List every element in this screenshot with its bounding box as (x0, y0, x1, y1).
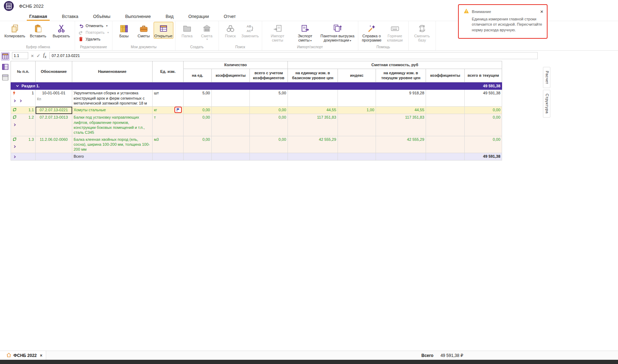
table-row[interactable]: 1.207.2.07.13-0013Балки под установку на… (11, 114, 502, 136)
col-basis[interactable]: Обоснование (36, 61, 72, 82)
col-cost-coeff[interactable]: коэффициенты (426, 69, 465, 82)
table-row[interactable]: 110-01-001-01КпУкрупнительная сборка и у… (11, 90, 502, 107)
redo-button[interactable]: Повторить ▾ (77, 30, 110, 35)
cell-unit[interactable]: кг (153, 107, 184, 114)
close-icon[interactable]: × (540, 9, 543, 14)
paste-button[interactable]: Вставить (26, 22, 50, 39)
col-cost-current[interactable]: на единицу изм. в текущем уровне цен (376, 69, 426, 82)
estimates-button[interactable]: Сметы (134, 22, 154, 39)
cell-code[interactable]: 10-01-001-01Кп (36, 90, 72, 107)
table-row[interactable]: 1.311.2.06.02-0060Балка клееная хвойных … (11, 136, 502, 153)
hotkeys-button[interactable]: Горячие клавиши (383, 22, 407, 43)
cancel-entry-icon[interactable]: × (31, 53, 34, 58)
cell-qty-unit[interactable]: 0,00 (184, 107, 212, 114)
cell-total[interactable]: 0,00 (465, 107, 502, 114)
close-icon[interactable]: × (40, 353, 42, 358)
table-row[interactable]: 1.107.2.07.13-0221Хомуты стальныекг0,000… (11, 107, 502, 114)
col-group-cost[interactable]: Сметная стоимость, руб (288, 61, 502, 69)
cell-index[interactable] (338, 114, 376, 136)
cell-index[interactable]: 1,00 (338, 107, 376, 114)
dropdown-caret-icon[interactable]: ▾ (310, 39, 312, 42)
cell-qty-coeff[interactable] (212, 136, 250, 153)
cell-total[interactable]: 0,00 (465, 114, 502, 136)
dropdown-caret-icon[interactable]: ▾ (106, 24, 107, 27)
import-estimate-button[interactable]: Импорт сметы (264, 22, 291, 43)
col-cost-total[interactable]: всего в текущем (465, 69, 502, 82)
cell-name[interactable]: Балка клееная хвойных пород (ель, сосна)… (72, 136, 153, 153)
replace-button[interactable]: ABAC Заменить (240, 22, 260, 39)
col-name[interactable]: Наименование (72, 61, 153, 82)
tab-vstavka[interactable]: Вставка (55, 12, 86, 21)
search-button[interactable]: Поиск (221, 22, 240, 39)
document-tab[interactable]: ФСНБ 2022 × (0, 351, 46, 360)
estimate-panel-icon[interactable] (1, 63, 10, 71)
new-estimate-button[interactable]: Смета ▾ (197, 22, 217, 42)
cell-index[interactable] (338, 90, 376, 107)
cell-num[interactable]: 1.2 (11, 114, 36, 136)
documents-panel-icon[interactable] (1, 52, 10, 61)
col-qty-total[interactable]: всего с учетом коэффициентов (250, 69, 288, 82)
cell-cost-base[interactable]: 44,55 (288, 107, 338, 114)
function-fx-icon[interactable]: fx (43, 52, 47, 59)
expand-chevron-icon[interactable] (13, 144, 16, 149)
cell-qty-total[interactable]: 5,00 (250, 90, 288, 107)
dropdown-caret-icon[interactable]: ▾ (350, 39, 351, 42)
tab-vypolnenie[interactable]: Выполнение (118, 12, 158, 21)
open-documents-button[interactable]: Открытые (154, 22, 173, 39)
cell-reference-input[interactable] (12, 52, 28, 59)
cell-num[interactable]: 1 (11, 90, 36, 107)
cell-num[interactable]: 1.3 (11, 136, 36, 153)
tab-vid[interactable]: Вид (158, 12, 181, 21)
tab-structure[interactable]: Структура (543, 90, 550, 118)
cell-qty-coeff[interactable] (212, 107, 250, 114)
col-group-quantity[interactable]: Количество (184, 61, 288, 69)
total-row[interactable]: Всего49 591,38 (11, 153, 502, 160)
cell-code[interactable]: 07.2.07.13-0221 (36, 107, 72, 114)
cell-unit[interactable]: м3 (153, 136, 184, 153)
cell-index[interactable] (338, 136, 376, 153)
cell-cost-coeff[interactable] (426, 90, 465, 107)
confirm-entry-icon[interactable]: ✓ (37, 53, 41, 58)
cell-qty-total[interactable]: 0,00 (250, 107, 288, 114)
col-num[interactable]: № п.п. (11, 61, 36, 82)
cell-name[interactable]: Укрупнительная сборка и установка констр… (72, 90, 153, 107)
cell-qty-total[interactable]: 0,00 (250, 114, 288, 136)
tab-calculation[interactable]: Расчет (543, 67, 550, 88)
cell-cost-base[interactable]: 42 555,29 (288, 136, 338, 153)
cell-unit[interactable]: т (153, 114, 184, 136)
cell-cost-current[interactable]: 9 918,28 (376, 90, 426, 107)
batch-export-button[interactable]: Пакетная выгрузка документации▾ (319, 22, 356, 43)
dropdown-caret-icon[interactable]: ▾ (107, 31, 109, 34)
cell-num[interactable]: 1.1 (11, 107, 36, 114)
tab-otchet[interactable]: Отчет (216, 12, 243, 21)
cell-cost-coeff[interactable] (426, 114, 465, 136)
expand-chevron-icon[interactable] (13, 123, 16, 127)
section-row[interactable]: Раздел 1.49 591,38 (11, 82, 502, 90)
cell-cost-coeff[interactable] (426, 107, 465, 114)
cell-qty-coeff[interactable] (212, 114, 250, 136)
cell-cost-base[interactable] (288, 90, 338, 107)
col-qty-unit[interactable]: на ед. (184, 69, 212, 82)
col-qty-coeff[interactable]: коэффициенты (212, 69, 250, 82)
sections-panel-icon[interactable] (1, 73, 10, 82)
expand-chevron-icon[interactable] (13, 155, 16, 159)
cell-code[interactable]: 11.2.06.02-0060 (36, 136, 72, 153)
flag-icon[interactable] (174, 107, 182, 113)
cell-cost-current[interactable]: 44,55 (376, 107, 426, 114)
cell-name[interactable]: Балки под установку направляющих лифтов,… (72, 114, 153, 136)
about-button[interactable]: Справка о программе (360, 22, 383, 43)
col-index[interactable]: индекс (338, 69, 376, 82)
cell-cost-base[interactable]: 117 351,83 (288, 114, 338, 136)
cell-qty-unit[interactable]: 0,00 (184, 114, 212, 136)
cell-code[interactable]: 07.2.07.13-0013 (36, 114, 72, 136)
new-folder-button[interactable]: Папка (177, 22, 197, 39)
change-base-button[interactable]: Сменить базу (410, 22, 434, 43)
cut-button[interactable]: Вырезать (50, 22, 73, 39)
delete-button[interactable]: Удалить (77, 36, 110, 42)
cell-name[interactable]: Хомуты стальные (72, 107, 153, 114)
bases-button[interactable]: Базы (114, 22, 134, 39)
dropdown-caret-icon[interactable]: ▾ (206, 38, 208, 41)
export-estimate-button[interactable]: Экспорт сметы▾ (291, 22, 319, 43)
cell-qty-unit[interactable]: 5,00 (184, 90, 212, 107)
expand-chevron-icon[interactable] (13, 99, 16, 103)
